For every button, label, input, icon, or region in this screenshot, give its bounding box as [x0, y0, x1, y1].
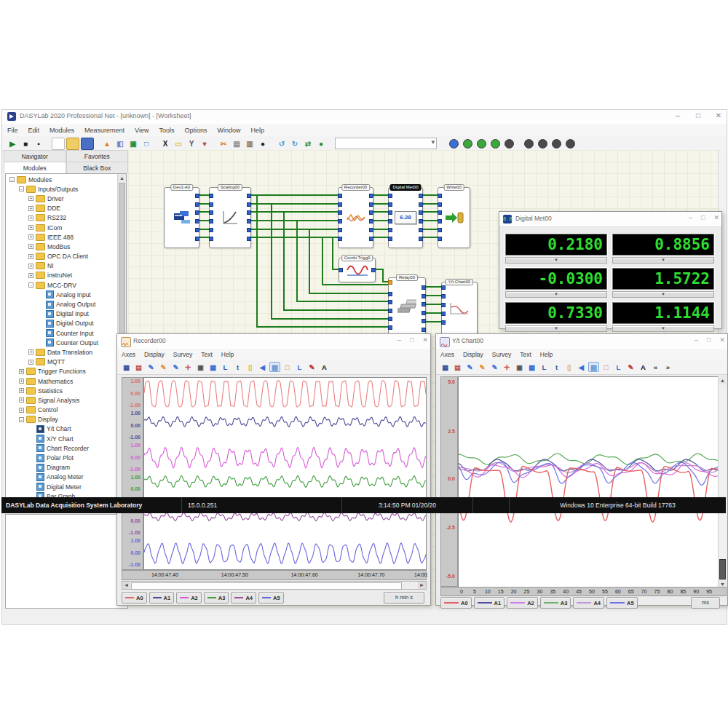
minimize-button[interactable]: – — [689, 214, 692, 221]
right-port-3[interactable] — [195, 219, 199, 223]
tab-navigator[interactable]: Navigator — [4, 150, 66, 162]
right-port-5[interactable] — [419, 237, 423, 241]
save-icon[interactable]: ▣ — [195, 362, 206, 372]
left-port-3[interactable] — [438, 219, 442, 223]
tree-item-trigger-functions[interactable]: +Trigger Functions — [7, 367, 116, 376]
tree-item-digital-meter[interactable]: Digital Meter — [7, 482, 116, 491]
left-port-0[interactable] — [441, 285, 446, 290]
save-worksheet-icon[interactable] — [81, 138, 94, 150]
left-port-2[interactable] — [209, 210, 213, 215]
expand-icon[interactable]: + — [19, 388, 24, 393]
left-port-1[interactable] — [209, 202, 213, 207]
tree-item-control[interactable]: +Control — [7, 405, 116, 415]
left-port-0[interactable] — [388, 194, 392, 198]
left-port-1[interactable] — [388, 292, 392, 296]
tree-item-analog-input[interactable]: Analog Input — [7, 290, 116, 299]
menu-edit[interactable]: Edit — [23, 127, 45, 134]
axis-icon[interactable]: L — [613, 362, 624, 372]
right-port-0[interactable] — [419, 194, 423, 198]
tree-item-mathematics[interactable]: +Mathematics — [7, 376, 116, 386]
collapse-icon[interactable]: - — [19, 186, 24, 191]
redo-icon[interactable]: ↻ — [289, 138, 301, 149]
channel-button-a0[interactable]: A0 — [440, 597, 472, 609]
left-port-0[interactable] — [338, 194, 342, 198]
meter-dropdown-5[interactable]: ▼ — [612, 325, 714, 332]
t-scale-icon[interactable]: t — [232, 362, 243, 372]
menu-view[interactable]: View — [130, 127, 154, 134]
minimize-button[interactable]: – — [695, 336, 698, 344]
menu-survey[interactable]: Survey — [488, 351, 515, 358]
channel-button-a4[interactable]: A4 — [573, 597, 604, 609]
axis-icon[interactable]: L — [294, 362, 305, 372]
left-port-2[interactable] — [441, 303, 446, 307]
module-write00[interactable]: Write00 — [438, 187, 470, 248]
tree-item-display[interactable]: -Display — [7, 415, 116, 424]
tree-item-inputs-outputs[interactable]: -Inputs/Outputs — [7, 184, 116, 194]
tree-item-digital-input[interactable]: Digital Input — [7, 309, 116, 319]
expand-icon[interactable]: + — [28, 206, 33, 211]
right-port-0[interactable] — [422, 285, 426, 290]
tab-black-box[interactable]: Black Box — [66, 162, 129, 173]
right-port-4[interactable] — [369, 228, 373, 232]
maximize-button[interactable]: □ — [701, 214, 705, 221]
minimize-button[interactable]: – — [673, 111, 683, 119]
left-port-5[interactable] — [388, 237, 392, 241]
tree-item-counter-output[interactable]: Counter Output — [7, 338, 116, 347]
new-worksheet-icon[interactable] — [52, 138, 65, 150]
collapse-icon[interactable]: - — [19, 417, 24, 422]
meter-dropdown-4[interactable]: ▼ — [505, 325, 607, 332]
right-port-2[interactable] — [422, 302, 426, 306]
left-port-5[interactable] — [438, 237, 442, 241]
left-port-0[interactable] — [339, 268, 343, 272]
copy-to-clipboard-icon[interactable]: ▦ — [440, 362, 451, 372]
arrange-icon[interactable]: ▤ — [452, 362, 463, 372]
tree-item-data-translation[interactable]: +Data Translation — [7, 347, 116, 357]
tree-item-chart-recorder[interactable]: Chart Recorder — [7, 443, 116, 453]
split-window-icon[interactable]: ▥ — [588, 362, 599, 372]
left-port-4[interactable] — [209, 228, 213, 232]
right-port-1[interactable] — [419, 202, 423, 207]
cursor-icon[interactable]: ✛ — [502, 362, 513, 372]
module-group-icon[interactable]: ◧ — [114, 138, 126, 149]
tree-item-polar-plot[interactable]: Polar Plot — [7, 453, 116, 462]
t-scale-icon[interactable]: t — [551, 362, 562, 372]
tab-favorites[interactable]: Favorites — [66, 150, 129, 162]
channel-button-a1[interactable]: A1 — [474, 597, 505, 609]
tree-item-analog-meter[interactable]: Analog Meter — [7, 472, 116, 482]
expand-icon[interactable]: + — [28, 349, 33, 355]
left-port-5[interactable] — [209, 237, 213, 241]
menu-text[interactable]: Text — [197, 351, 217, 358]
right-port-0[interactable] — [369, 194, 373, 198]
tab-modules[interactable]: Modules — [4, 162, 66, 173]
right-port-4[interactable] — [419, 228, 423, 232]
channel-button-a2[interactable]: A2 — [176, 592, 202, 604]
right-port-3[interactable] — [422, 311, 426, 315]
expand-icon[interactable]: + — [28, 215, 33, 221]
left-port-1[interactable] — [438, 202, 442, 207]
tree-item-mqtt[interactable]: +MQTT — [7, 357, 116, 367]
tree-item-x-y-chart[interactable]: X/Y Chart — [7, 434, 116, 443]
stop-icon[interactable]: ■ — [20, 138, 31, 149]
expand-icon[interactable]: + — [28, 254, 33, 259]
close-button[interactable]: ✕ — [713, 111, 724, 119]
split-window-icon[interactable]: ▥ — [269, 362, 280, 372]
tree-item-modbus[interactable]: +ModBus — [7, 242, 116, 251]
meter-dropdown-1[interactable]: ▼ — [612, 257, 714, 264]
tree-item-modules[interactable]: -Modules — [7, 175, 116, 184]
channel-button-a3[interactable]: A3 — [204, 592, 229, 604]
menu-display[interactable]: Display — [459, 351, 488, 358]
left-port-5[interactable] — [388, 325, 392, 330]
right-port-4[interactable] — [195, 228, 199, 232]
note-icon[interactable]: ▭ — [173, 138, 184, 149]
left-port-3[interactable] — [388, 309, 392, 313]
tree-item-ni[interactable]: +NI — [7, 261, 116, 271]
close-button[interactable]: ✕ — [422, 336, 428, 344]
left-port-4[interactable] — [388, 317, 392, 321]
right-port-0[interactable] — [195, 194, 199, 198]
expand-icon[interactable]: + — [19, 379, 24, 384]
menu-axes[interactable]: Axes — [117, 351, 140, 358]
recorder-unit-button[interactable]: h min s — [384, 592, 424, 604]
menu-options[interactable]: Options — [179, 127, 212, 134]
expand-icon[interactable]: + — [28, 196, 33, 201]
zoom-in-icon[interactable]: ✎ — [146, 362, 157, 372]
